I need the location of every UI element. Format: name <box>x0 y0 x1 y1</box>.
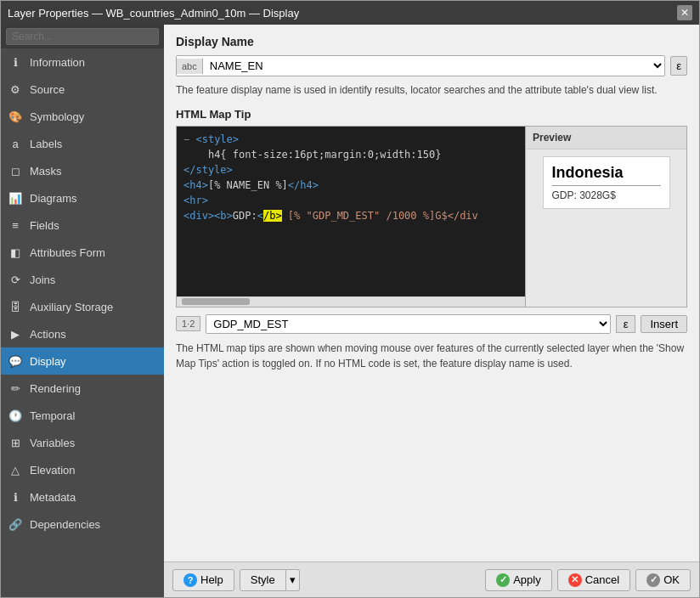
field-prefix-label: 1·2 <box>176 316 200 331</box>
sidebar-label-fields: Fields <box>30 219 59 232</box>
ok-button[interactable]: ✓ OK <box>635 569 691 591</box>
insert-button[interactable]: Insert <box>641 315 687 333</box>
source-icon: ⚙ <box>8 82 23 97</box>
sidebar-item-source[interactable]: ⚙Source <box>1 76 164 103</box>
sidebar-label-metadata: Metadata <box>30 491 76 504</box>
content-area: ℹInformation⚙Source🎨SymbologyaLabels◻Mas… <box>1 25 699 597</box>
field-select-wrap: GDP_MD_ESTNAME_ENNAME_FRISO_A2 <box>206 314 610 334</box>
variables-icon: ⊞ <box>8 435 23 450</box>
window-title: Layer Properties — WB_countries_Admin0_1… <box>8 7 299 20</box>
symbology-icon: 🎨 <box>8 109 23 124</box>
sidebar-label-actions: Actions <box>30 328 66 341</box>
cancel-icon: ✕ <box>568 573 582 587</box>
html-map-tip-help-text: The HTML map tips are shown when moving … <box>176 341 687 371</box>
help-button[interactable]: ? Help <box>172 569 234 591</box>
sidebar-label-temporal: Temporal <box>30 409 75 422</box>
main-body: Display Name abc NAME_ENNAME_FRISO_A2GDP… <box>164 25 699 561</box>
sidebar-item-variables[interactable]: ⊞Variables <box>1 429 164 456</box>
sidebar-label-source: Source <box>30 83 65 96</box>
sidebar-label-labels: Labels <box>30 138 62 150</box>
sidebar-item-rendering[interactable]: ✏Rendering <box>1 375 164 402</box>
sidebar-item-dependencies[interactable]: 🔗Dependencies <box>1 511 164 538</box>
field-expression-button[interactable]: ε <box>616 315 636 333</box>
sidebar-item-information[interactable]: ℹInformation <box>1 48 164 76</box>
display-name-row: abc NAME_ENNAME_FRISO_A2GDP_MD_EST ε <box>176 55 687 76</box>
sidebar-item-attributes-form[interactable]: ◧Attributes Form <box>1 239 164 266</box>
sidebar-label-display: Display <box>30 355 66 368</box>
sidebar-items-list: ℹInformation⚙Source🎨SymbologyaLabels◻Mas… <box>1 48 164 597</box>
display-name-dropdown[interactable]: NAME_ENNAME_FRISO_A2GDP_MD_EST <box>203 56 664 76</box>
editor-preview-container: − <style> h4{ font-size:16pt;margin:0;wi… <box>176 126 687 307</box>
cancel-label: Cancel <box>585 573 619 586</box>
display-name-select-wrap: abc NAME_ENNAME_FRISO_A2GDP_MD_EST <box>176 55 665 76</box>
footer: ? Help Style ▾ ✓ Apply <box>164 561 699 597</box>
sidebar-search-area <box>1 25 164 48</box>
sidebar-item-elevation[interactable]: △Elevation <box>1 456 164 483</box>
sidebar: ℹInformation⚙Source🎨SymbologyaLabels◻Mas… <box>1 25 164 597</box>
preview-gdp: GDP: 3028G$ <box>552 189 661 201</box>
apply-button[interactable]: ✓ Apply <box>485 569 552 591</box>
dependencies-icon: 🔗 <box>8 516 23 532</box>
apply-icon: ✓ <box>496 573 510 587</box>
sidebar-item-labels[interactable]: aLabels <box>1 130 164 157</box>
close-button[interactable]: ✕ <box>677 5 692 20</box>
sidebar-label-elevation: Elevation <box>30 464 75 477</box>
sidebar-label-masks: Masks <box>30 165 62 178</box>
search-input[interactable] <box>6 28 159 45</box>
sidebar-item-actions[interactable]: ▶Actions <box>1 320 164 347</box>
auxiliary-storage-icon: 🗄 <box>8 299 23 314</box>
preview-country-name: Indonesia <box>552 164 661 186</box>
display-name-prefix: abc <box>177 59 203 74</box>
display-icon: 💬 <box>8 353 23 369</box>
style-button[interactable]: Style <box>240 569 286 591</box>
sidebar-label-joins: Joins <box>30 274 55 286</box>
sidebar-label-symbology: Symbology <box>30 110 84 123</box>
sidebar-item-metadata[interactable]: ℹMetadata <box>1 483 164 511</box>
metadata-icon: ℹ <box>8 489 23 505</box>
labels-icon: a <box>8 136 23 151</box>
diagrams-icon: 📊 <box>8 190 23 206</box>
display-name-description: The feature display name is used in iden… <box>176 83 687 98</box>
sidebar-item-fields[interactable]: ≡Fields <box>1 212 164 239</box>
apply-label: Apply <box>513 573 541 586</box>
actions-icon: ▶ <box>8 326 23 341</box>
help-label: Help <box>200 573 223 586</box>
field-selector-row: 1·2 GDP_MD_ESTNAME_ENNAME_FRISO_A2 ε Ins… <box>176 314 687 334</box>
sidebar-item-diagrams[interactable]: 📊Diagrams <box>1 184 164 212</box>
style-dropdown-arrow: ▾ <box>290 573 296 586</box>
window: Layer Properties — WB_countries_Admin0_1… <box>0 0 700 598</box>
sidebar-label-diagrams: Diagrams <box>30 192 77 205</box>
field-dropdown[interactable]: GDP_MD_ESTNAME_ENNAME_FRISO_A2 <box>206 315 609 333</box>
sidebar-label-information: Information <box>30 56 85 69</box>
preview-content: Indonesia GDP: 3028G$ <box>526 150 686 307</box>
sidebar-label-auxiliary-storage: Auxiliary Storage <box>30 301 113 313</box>
sidebar-label-rendering: Rendering <box>30 382 81 395</box>
information-icon: ℹ <box>8 54 23 70</box>
ok-label: OK <box>663 573 680 586</box>
sidebar-label-attributes-form: Attributes Form <box>30 246 105 259</box>
masks-icon: ◻ <box>8 163 23 178</box>
sidebar-item-joins[interactable]: ⟳Joins <box>1 266 164 293</box>
scrollbar-thumb <box>182 298 250 305</box>
html-map-tip-title: HTML Map Tip <box>176 108 687 121</box>
sidebar-item-symbology[interactable]: 🎨Symbology <box>1 103 164 130</box>
sidebar-label-dependencies: Dependencies <box>30 518 100 531</box>
temporal-icon: 🕐 <box>8 408 23 423</box>
style-dropdown-button[interactable]: ▾ <box>286 569 300 591</box>
main-panel: Display Name abc NAME_ENNAME_FRISO_A2GDP… <box>164 25 699 597</box>
footer-right-buttons: ✓ Apply ✕ Cancel ✓ OK <box>485 569 691 591</box>
sidebar-item-auxiliary-storage[interactable]: 🗄Auxiliary Storage <box>1 293 164 320</box>
sidebar-item-temporal[interactable]: 🕐Temporal <box>1 402 164 429</box>
elevation-icon: △ <box>8 462 23 477</box>
code-editor[interactable]: − <style> h4{ font-size:16pt;margin:0;wi… <box>177 127 525 296</box>
sidebar-item-display[interactable]: 💬Display <box>1 347 164 375</box>
horizontal-scrollbar[interactable] <box>177 296 525 307</box>
display-name-section-title: Display Name <box>176 35 687 48</box>
fields-icon: ≡ <box>8 217 23 233</box>
rendering-icon: ✏ <box>8 381 23 396</box>
joins-icon: ⟳ <box>8 272 23 287</box>
sidebar-item-masks[interactable]: ◻Masks <box>1 157 164 184</box>
cancel-button[interactable]: ✕ Cancel <box>557 569 630 591</box>
display-name-expression-button[interactable]: ε <box>670 56 687 76</box>
footer-left-buttons: ? Help Style ▾ <box>172 569 300 591</box>
